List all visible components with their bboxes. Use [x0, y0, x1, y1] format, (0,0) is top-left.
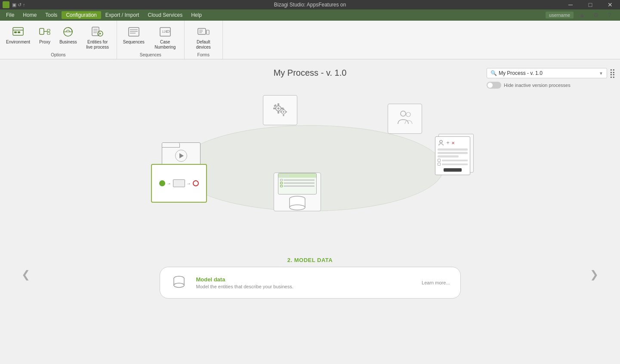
- ribbon-group-options: Environment Proxy: [0, 21, 117, 59]
- ribbon-case-numbering[interactable]: 123 Case Numbering: [149, 22, 182, 52]
- arrow1: →: [167, 181, 171, 186]
- process-flow-box: → →: [151, 164, 207, 203]
- business-label: Business: [59, 40, 77, 45]
- entities-live-icon: [91, 25, 105, 39]
- process-search-input[interactable]: [499, 70, 599, 76]
- hide-inactive-toggle[interactable]: [487, 82, 501, 89]
- screen-header: [278, 173, 316, 178]
- ribbon-options-items: Environment Proxy: [3, 22, 114, 52]
- main-content: My Process - v. 1.0 🔍 ▼ Hide inactive ve…: [0, 59, 620, 364]
- svg-text:123: 123: [162, 30, 168, 34]
- dot3: [287, 175, 289, 177]
- learn-more-link[interactable]: Learn more...: [422, 280, 450, 285]
- process-node[interactable]: → →: [151, 142, 207, 203]
- process-flow-inner: → →: [159, 179, 199, 187]
- search-area: 🔍 ▼ Hide inactive version processes: [487, 68, 607, 89]
- minimize-button[interactable]: ─: [561, 0, 580, 9]
- menu-help[interactable]: Help: [187, 11, 206, 19]
- people-icon-box: [388, 104, 422, 134]
- database-icon: [287, 195, 308, 211]
- r2-check: [280, 182, 283, 184]
- gears-icon-box: [263, 95, 297, 125]
- data-node[interactable]: [274, 173, 321, 211]
- arrow2: →: [187, 181, 191, 186]
- title-bar-extra: ▣ ↺ ↑: [12, 2, 25, 8]
- svg-rect-7: [47, 32, 50, 34]
- next-arrow[interactable]: ❯: [590, 268, 598, 281]
- expand-btn[interactable]: ▲: [577, 10, 587, 20]
- ribbon-environment[interactable]: Environment: [3, 22, 34, 46]
- ribbon-entities-live[interactable]: Entities for live process: [81, 22, 114, 52]
- dot1: [280, 175, 282, 177]
- task-rect: [173, 179, 185, 187]
- start-circle: [159, 180, 165, 186]
- r1-check: [280, 179, 283, 181]
- settings-btn[interactable]: ⚙: [591, 10, 601, 20]
- ribbon-sequences[interactable]: Sequences: [120, 22, 148, 46]
- svg-rect-4: [40, 28, 44, 34]
- toolbar-right: username ▲ ⚙ ?: [546, 10, 618, 20]
- menu-tools[interactable]: Tools: [41, 11, 62, 19]
- info-card-desc: Model the entities that describe your bu…: [196, 284, 413, 289]
- people-node[interactable]: [388, 104, 422, 134]
- forms-stack: + ✕: [435, 134, 474, 173]
- check-box1: [438, 159, 441, 162]
- menu-configuration[interactable]: Configuration: [62, 11, 101, 19]
- business-icon: [61, 25, 75, 39]
- svg-rect-33: [273, 108, 276, 109]
- form-check1: [438, 159, 468, 162]
- diagram-area: → →: [142, 91, 478, 246]
- search-dropdown-arrow[interactable]: ▼: [599, 71, 603, 76]
- row1: [280, 179, 315, 181]
- close-button[interactable]: ✕: [600, 0, 620, 9]
- db-svg: [171, 275, 187, 290]
- hide-inactive-row: Hide inactive version processes: [487, 82, 607, 89]
- case-numbering-icon: 123: [158, 25, 172, 39]
- form-button: [444, 168, 462, 172]
- row3: [280, 185, 315, 187]
- title-bar-controls: ─ □ ✕: [561, 0, 620, 9]
- form-line2: [438, 152, 468, 154]
- title-bar-title: Bizagi Studio: AppsFeatures on: [274, 2, 346, 8]
- r3-check: [280, 185, 283, 187]
- help-btn[interactable]: ?: [605, 10, 615, 20]
- sequences-icon: [127, 25, 141, 39]
- r3-line: [284, 185, 315, 187]
- maximize-button[interactable]: □: [580, 0, 600, 9]
- gears-svg: [269, 99, 291, 121]
- svg-rect-31: [278, 103, 279, 106]
- ribbon-forms-items: Default devices: [187, 22, 220, 52]
- info-card-title: Model data: [196, 276, 413, 283]
- form-plus: +: [447, 140, 450, 146]
- svg-rect-40: [280, 111, 282, 113]
- menu-export-import[interactable]: Export / Import: [101, 11, 144, 19]
- forms-node[interactable]: + ✕: [435, 134, 474, 173]
- menu-home[interactable]: Home: [19, 11, 41, 19]
- form-person-icon: [438, 139, 444, 146]
- gears-node[interactable]: [263, 95, 297, 125]
- menu-cloud-services[interactable]: Cloud Services: [143, 11, 187, 19]
- dots-icon[interactable]: ⣿: [609, 68, 616, 78]
- title-bar: ▣ ↺ ↑ Bizagi Studio: AppsFeatures on ─ □…: [0, 0, 620, 9]
- ribbon-business[interactable]: Business: [56, 22, 80, 46]
- ribbon-sequences-items: Sequences 123 Case Numbering: [120, 22, 182, 52]
- people-svg: [394, 108, 416, 130]
- svg-rect-32: [278, 111, 279, 114]
- ribbon-default-devices[interactable]: Default devices: [187, 22, 220, 52]
- info-card: Model data Model the entities that descr…: [160, 267, 461, 299]
- prev-arrow[interactable]: ❮: [22, 268, 30, 281]
- process-search-box[interactable]: 🔍 ▼: [487, 68, 607, 78]
- ribbon-proxy[interactable]: Proxy: [34, 22, 55, 46]
- row2: [280, 182, 315, 184]
- svg-rect-41: [285, 111, 287, 113]
- svg-rect-3: [18, 31, 20, 33]
- ribbon-group-sequences: Sequences 123 Case Numbering Sequences: [117, 21, 185, 59]
- forms-group-label: Forms: [187, 52, 220, 58]
- end-circle: [193, 180, 199, 186]
- svg-rect-17: [129, 28, 139, 36]
- sequences-group-label: Sequences: [120, 52, 182, 58]
- menu-file[interactable]: File: [2, 11, 19, 19]
- bottom-panel: 2. MODEL DATA Model data Model th: [160, 257, 461, 299]
- default-devices-icon: [197, 25, 210, 39]
- data-screen: [278, 173, 317, 194]
